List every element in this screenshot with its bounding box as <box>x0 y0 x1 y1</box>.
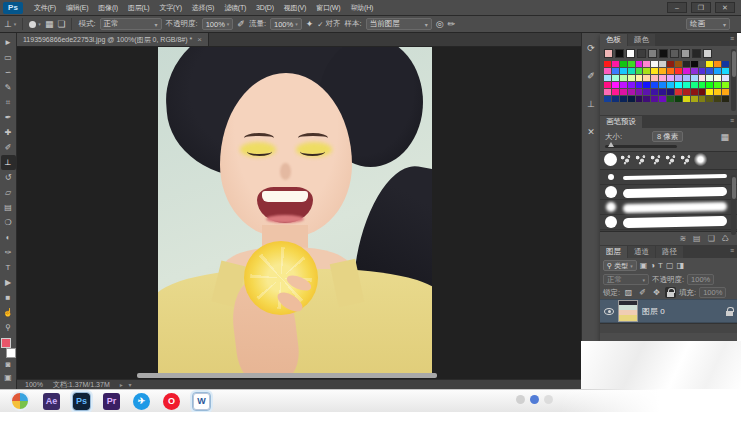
color-swatch[interactable] <box>714 61 721 67</box>
color-swatch[interactable] <box>683 96 690 102</box>
color-swatch[interactable] <box>636 82 643 88</box>
color-swatch[interactable] <box>699 61 706 67</box>
canvas-area[interactable] <box>17 47 581 379</box>
color-swatch[interactable] <box>714 82 721 88</box>
taskbar-app[interactable]: Ae <box>43 393 60 410</box>
color-swatch[interactable] <box>659 75 666 81</box>
color-swatch[interactable] <box>659 96 666 102</box>
color-swatch[interactable] <box>636 61 643 67</box>
color-swatch[interactable] <box>667 82 674 88</box>
color-swatch[interactable] <box>675 96 682 102</box>
dock-panel-icon[interactable]: ⟳ <box>584 41 599 55</box>
color-swatch[interactable] <box>628 75 635 81</box>
color-swatch[interactable] <box>651 75 658 81</box>
color-swatch[interactable] <box>706 89 713 95</box>
color-swatch[interactable] <box>706 82 713 88</box>
color-swatch[interactable] <box>648 49 657 58</box>
color-swatch[interactable] <box>620 68 627 74</box>
panel-tab[interactable]: 色板 <box>600 34 627 46</box>
tray-icon[interactable] <box>530 395 539 404</box>
mode-select[interactable]: 正常▾ <box>100 18 162 30</box>
brush-footer-icon[interactable]: ≋ <box>679 234 686 243</box>
brush-tip[interactable] <box>679 153 692 166</box>
toolbar-tool[interactable]: ✒ <box>1 110 16 125</box>
brush-preset-item[interactable] <box>600 200 737 215</box>
color-swatch[interactable] <box>604 82 611 88</box>
color-swatch[interactable] <box>683 75 690 81</box>
panel-menu-icon[interactable]: ≡ <box>730 117 734 124</box>
toolbar-tool[interactable]: ∽ <box>1 65 16 80</box>
layer-filter-icon[interactable]: T <box>658 261 663 270</box>
ignore-adjustment-layers-icon[interactable]: ◎ <box>436 20 444 29</box>
color-swatch[interactable] <box>691 75 698 81</box>
color-swatch[interactable] <box>675 61 682 67</box>
color-swatch[interactable] <box>691 61 698 67</box>
brush-footer-icon[interactable]: ▤ <box>693 234 701 243</box>
menu-item[interactable]: 视图(V) <box>279 3 311 13</box>
color-swatch[interactable] <box>722 68 729 74</box>
layer-filter-select[interactable]: ⚲ 类型 ▾ <box>603 260 637 271</box>
toolbar-tool[interactable]: T <box>1 260 16 275</box>
color-swatch[interactable] <box>706 96 713 102</box>
align-checkbox[interactable]: ✓对齐 <box>317 19 340 29</box>
color-swatch[interactable] <box>706 61 713 67</box>
color-swatch[interactable] <box>722 75 729 81</box>
menu-item[interactable]: 滤镜(T) <box>219 3 251 13</box>
brush-preset-item[interactable] <box>600 170 737 185</box>
color-swatch[interactable] <box>637 49 646 58</box>
color-swatch[interactable] <box>675 82 682 88</box>
toolbar-tool[interactable]: ⊥ <box>1 155 16 170</box>
toolbar-tool[interactable]: ■ <box>1 290 16 305</box>
color-swatch[interactable] <box>659 68 666 74</box>
minimize-button[interactable]: – <box>667 2 687 13</box>
color-swatch[interactable] <box>604 75 611 81</box>
blend-mode-select[interactable]: 正常▾ <box>603 274 649 285</box>
sample-select[interactable]: 当前图层▾ <box>366 18 432 30</box>
color-swatch[interactable] <box>612 75 619 81</box>
toolbar-tool[interactable]: ► <box>1 35 16 50</box>
color-swatch[interactable] <box>659 82 666 88</box>
panel-tab[interactable]: 画笔预设 <box>600 116 642 128</box>
color-swatch[interactable] <box>651 89 658 95</box>
color-swatch[interactable] <box>691 96 698 102</box>
color-swatch[interactable] <box>699 75 706 81</box>
color-swatch[interactable] <box>667 75 674 81</box>
color-swatch[interactable] <box>699 82 706 88</box>
tool-preset-picker[interactable]: ⊥ ▾ <box>4 20 16 29</box>
color-swatch[interactable] <box>722 89 729 95</box>
brush-tip[interactable] <box>694 153 707 166</box>
brush-footer-icon[interactable]: ❏ <box>708 234 715 243</box>
color-swatch[interactable] <box>714 68 721 74</box>
color-swatch[interactable] <box>612 68 619 74</box>
slider-thumb[interactable] <box>608 142 614 147</box>
color-swatch[interactable] <box>714 96 721 102</box>
horizontal-scrollbar[interactable] <box>137 373 437 378</box>
color-swatch[interactable] <box>667 89 674 95</box>
color-swatch[interactable] <box>643 61 650 67</box>
pressure-opacity-icon[interactable]: ✐ <box>237 20 245 29</box>
toolbar-extra-icon[interactable]: ▣ <box>1 371 16 384</box>
canvas-image[interactable] <box>158 47 432 377</box>
menu-item[interactable]: 窗口(W) <box>311 3 345 13</box>
toolbar-tool[interactable]: ☝ <box>1 305 16 320</box>
color-swatch[interactable] <box>659 49 668 58</box>
toggle-brush-panel-icon[interactable]: ▦ <box>720 132 729 142</box>
toolbar-tool[interactable]: ✑ <box>1 245 16 260</box>
color-swatch[interactable] <box>675 75 682 81</box>
toggle-clone-source-icon[interactable]: ❏ <box>57 20 65 29</box>
color-swatch[interactable] <box>651 68 658 74</box>
toolbar-tool[interactable]: ▱ <box>1 185 16 200</box>
foreground-color-swatch[interactable] <box>1 338 11 348</box>
color-swatch[interactable] <box>651 61 658 67</box>
dock-panel-icon[interactable]: ⊥ <box>584 97 599 111</box>
toolbar-tool[interactable]: ✎ <box>1 80 16 95</box>
menu-item[interactable]: 图像(I) <box>93 3 123 13</box>
color-swatch[interactable] <box>620 61 627 67</box>
toolbar-tool[interactable]: ⚲ <box>1 320 16 335</box>
color-swatch[interactable] <box>651 96 658 102</box>
color-swatch[interactable] <box>636 68 643 74</box>
scrollbar[interactable] <box>731 49 736 111</box>
toolbar-tool[interactable]: ◐ <box>1 230 16 245</box>
color-swatch[interactable] <box>643 89 650 95</box>
scrollbar[interactable] <box>731 175 736 235</box>
